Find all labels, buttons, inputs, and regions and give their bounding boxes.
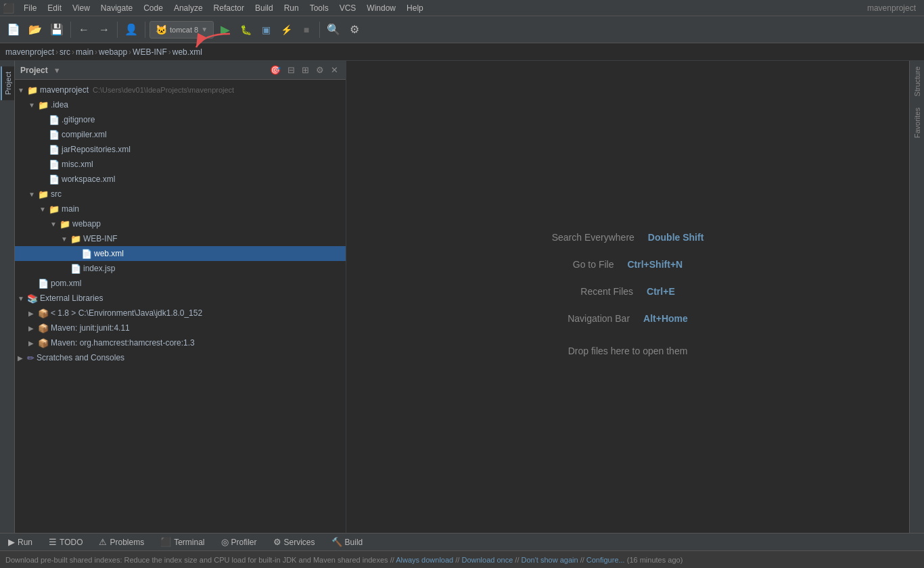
- open-file-button[interactable]: 📂: [26, 21, 45, 39]
- menu-vcs[interactable]: VCS: [334, 2, 362, 14]
- project-tab-label[interactable]: Project: [1, 66, 14, 100]
- tree-item-extlibs[interactable]: ▼ 📚 External Libraries: [15, 291, 346, 306]
- save-button[interactable]: 💾: [47, 21, 66, 39]
- menu-refactor[interactable]: Refactor: [208, 2, 250, 14]
- locate-icon[interactable]: 🎯: [268, 64, 283, 76]
- tree-item-webapp[interactable]: ▼ 📁 webapp: [15, 216, 346, 231]
- tree-item-jdk[interactable]: ▶ 📦 < 1.8 > C:\Environment\Java\jdk1.8.0…: [15, 306, 346, 321]
- tree-path-mavenproject: C:\Users\dev01\IdeaProjects\mavenproject: [93, 86, 234, 94]
- toolbar: 📄 📂 💾 ← → 👤 🐱 tomcat 8 ▼ ▶ 🐛 ▣ ⚡ ■ 🔍 ⚙: [0, 16, 924, 43]
- menu-file[interactable]: File: [18, 2, 42, 14]
- settings-button[interactable]: ⚙: [346, 21, 363, 39]
- tree-item-misc[interactable]: 📄 misc.xml: [15, 157, 346, 172]
- breadcrumb-main[interactable]: main: [76, 47, 93, 57]
- coverage-button[interactable]: ▣: [257, 21, 275, 39]
- toolbar-divider-3: [145, 22, 145, 38]
- tree-arrow-scratches[interactable]: ▶: [18, 354, 26, 362]
- breadcrumb-webapp[interactable]: webapp: [99, 47, 127, 57]
- menu-build[interactable]: Build: [250, 2, 279, 14]
- notif-configure-link[interactable]: Configure...: [586, 556, 625, 564]
- tree-arrow-idea[interactable]: ▼: [28, 101, 37, 109]
- project-panel: Project ▼ 🎯 ⊟ ⊞ ⚙ ✕ ▼ 📁 mavenproject C:\…: [15, 61, 346, 533]
- tree-arrow-extlibs[interactable]: ▼: [18, 295, 26, 302]
- collapse-all-icon[interactable]: ⊟: [285, 64, 297, 76]
- menu-edit[interactable]: Edit: [42, 2, 67, 14]
- problems-status-label: Problems: [110, 538, 144, 547]
- profile-run-button[interactable]: ⚡: [277, 21, 295, 39]
- tree-arrow-junit[interactable]: ▶: [28, 325, 37, 332]
- tree-item-idea[interactable]: ▼ 📁 .idea: [15, 97, 346, 112]
- hint-search: Search Everywhere Double Shift: [552, 232, 704, 243]
- tree-item-jar-repos[interactable]: 📄 jarRepositories.xml: [15, 142, 346, 157]
- tree-item-webinf[interactable]: ▼ 📁 WEB-INF: [15, 231, 346, 246]
- tree-arrow-webapp[interactable]: ▼: [50, 220, 58, 228]
- hint-recent-key: Ctrl+E: [647, 286, 675, 297]
- notif-dont-show-link[interactable]: Don't show again: [522, 556, 578, 564]
- tree-item-scratches[interactable]: ▶ ✏ Scratches and Consoles: [15, 350, 346, 365]
- panel-header-icons: 🎯 ⊟ ⊞ ⚙ ✕: [268, 64, 340, 76]
- menu-run[interactable]: Run: [279, 2, 304, 14]
- menu-navigate[interactable]: Navigate: [95, 2, 138, 14]
- breadcrumb-src[interactable]: src: [60, 47, 70, 57]
- tree-arrow-mavenproject[interactable]: ▼: [18, 87, 26, 94]
- tree-item-gitignore[interactable]: 📄 .gitignore: [15, 112, 346, 127]
- breadcrumb-sep-1: ›: [55, 47, 58, 57]
- app-icon: ⬛: [3, 3, 14, 14]
- notif-time: (16 minutes ago): [627, 556, 683, 564]
- tree-arrow-main[interactable]: ▼: [39, 206, 47, 213]
- hint-goto-text: Go to File: [573, 259, 614, 270]
- hint-navbar-text: Navigation Bar: [568, 313, 630, 324]
- status-profiler[interactable]: ◎ Profiler: [218, 536, 260, 548]
- status-build[interactable]: 🔨 Build: [329, 536, 366, 548]
- tree-arrow-webinf[interactable]: ▼: [61, 235, 69, 243]
- menu-window[interactable]: Window: [361, 2, 401, 14]
- forward-button[interactable]: →: [95, 21, 113, 39]
- tree-arrow-jdk[interactable]: ▶: [28, 310, 37, 317]
- status-terminal[interactable]: ⬛ Terminal: [158, 536, 207, 548]
- breadcrumb-mavenproject[interactable]: mavenproject: [5, 47, 54, 57]
- tree-item-indexjsp[interactable]: 📄 index.jsp: [15, 261, 346, 276]
- menu-analyze[interactable]: Analyze: [168, 2, 208, 14]
- tree-item-pomxml[interactable]: 📄 pom.xml: [15, 276, 346, 291]
- profile-button[interactable]: 👤: [122, 21, 141, 39]
- profiler-status-icon: ◎: [221, 537, 229, 547]
- tree-item-workspace[interactable]: 📄 workspace.xml: [15, 172, 346, 187]
- debug-button[interactable]: 🐛: [237, 21, 254, 39]
- expand-all-icon[interactable]: ⊞: [300, 64, 311, 76]
- tree-item-webxml[interactable]: 📄 web.xml: [15, 246, 346, 261]
- notif-once-link[interactable]: Download once: [461, 556, 513, 564]
- status-services[interactable]: ⚙ Services: [271, 536, 318, 548]
- tree-arrow-src[interactable]: ▼: [28, 191, 37, 198]
- favorites-label[interactable]: Favorites: [912, 102, 923, 143]
- maven-icon-hamcrest: 📦: [38, 338, 49, 348]
- breadcrumb-webinf[interactable]: WEB-INF: [133, 47, 167, 57]
- status-problems[interactable]: ⚠ Problems: [96, 536, 147, 548]
- stop-button[interactable]: ■: [298, 21, 315, 39]
- tree-item-main[interactable]: ▼ 📁 main: [15, 202, 346, 216]
- editor-area: Search Everywhere Double Shift Go to Fil…: [346, 61, 909, 533]
- run-config-label: tomcat 8: [170, 26, 198, 34]
- menu-code[interactable]: Code: [138, 2, 168, 14]
- run-config-selector[interactable]: 🐱 tomcat 8 ▼: [149, 21, 214, 39]
- toolbar-divider-4: [319, 22, 320, 38]
- tree-item-junit[interactable]: ▶ 📦 Maven: junit:junit:4.11: [15, 321, 346, 335]
- status-todo[interactable]: ☰ TODO: [46, 536, 85, 548]
- tree-item-compiler-xml[interactable]: 📄 compiler.xml: [15, 127, 346, 142]
- back-button[interactable]: ←: [75, 21, 93, 39]
- status-run[interactable]: ▶ Run: [5, 536, 35, 548]
- tree-item-mavenproject[interactable]: ▼ 📁 mavenproject C:\Users\dev01\IdeaProj…: [15, 82, 346, 97]
- tree-label-mavenproject: mavenproject: [40, 85, 89, 95]
- run-button[interactable]: ▶: [216, 21, 234, 39]
- menu-view[interactable]: View: [67, 2, 95, 14]
- search-button[interactable]: 🔍: [324, 21, 343, 39]
- structure-label[interactable]: Structure: [912, 61, 923, 102]
- close-panel-icon[interactable]: ✕: [329, 64, 340, 76]
- tree-arrow-hamcrest[interactable]: ▶: [28, 339, 37, 347]
- tree-item-hamcrest[interactable]: ▶ 📦 Maven: org.hamcrest:hamcrest-core:1.…: [15, 335, 346, 350]
- tree-item-src[interactable]: ▼ 📁 src: [15, 187, 346, 202]
- settings-panel-icon[interactable]: ⚙: [314, 64, 326, 76]
- menu-help[interactable]: Help: [401, 2, 429, 14]
- menu-tools[interactable]: Tools: [304, 2, 334, 14]
- new-file-button[interactable]: 📄: [4, 21, 23, 39]
- notif-always-link[interactable]: Always download: [396, 556, 453, 564]
